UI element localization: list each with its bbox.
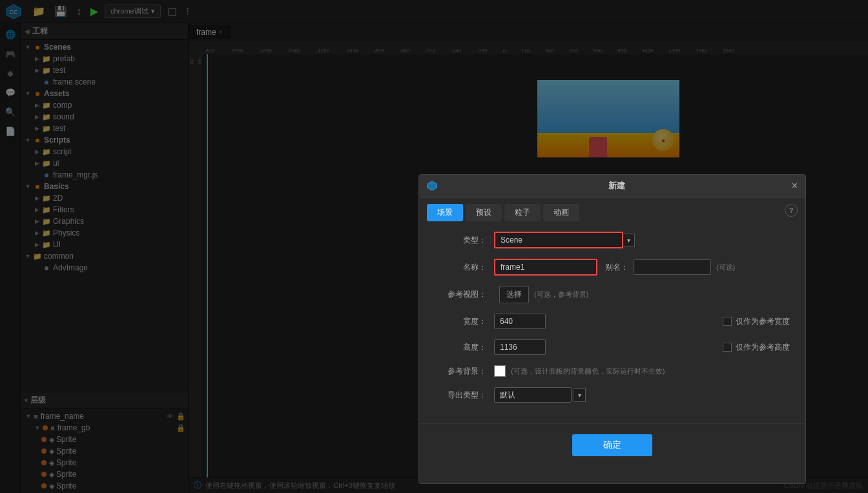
ref-width-label: 仅作为参考宽度 [736,316,790,327]
form-row-width: 宽度： 仅作为参考宽度 [435,314,790,329]
confirm-btn[interactable]: 确定 [572,434,652,456]
modal-overlay[interactable]: 新建 × 场景 预设 粒子 动画 ? 类型： ▾ 名称： [0,0,868,493]
alias-section: 别名： (可选) [605,259,735,275]
svg-marker-2 [428,181,437,190]
type-dropdown-arrow[interactable]: ▾ [623,234,635,247]
type-select-row: ▾ [494,232,790,248]
name-input[interactable] [494,259,597,276]
ref-bg-label: 参考背景： [435,366,486,377]
height-label: 高度： [435,342,486,353]
export-label: 导出类型： [435,390,486,401]
ref-height-check[interactable] [723,343,732,352]
width-input[interactable] [494,314,546,329]
type-input[interactable] [494,232,623,248]
modal-titlebar: 新建 × [419,175,805,197]
height-row: 仅作为参考高度 [494,339,790,355]
help-btn[interactable]: ? [785,204,798,217]
ref-width-check[interactable] [723,317,732,326]
type-label: 类型： [435,235,486,246]
ref-view-row: 选择 (可选，参考背景) [494,286,588,303]
ref-height-label: 仅作为参考高度 [736,342,790,353]
tab-scene[interactable]: 场景 [427,204,463,221]
form-row-name: 名称： 别名： (可选) [435,259,790,276]
alias-label: 别名： [605,262,628,273]
alias-input[interactable] [634,259,711,275]
export-row: ▾ [494,387,586,403]
ref-bg-desc: (可选，设计面板的背景颜色，实际运行时不生效) [511,367,665,376]
width-label: 宽度： [435,316,486,327]
tab-preset[interactable]: 预设 [466,204,502,221]
modal-form: 类型： ▾ 名称： 别名： (可选) 参考视图： [419,221,805,423]
width-row: 仅作为参考宽度 [494,314,790,329]
ref-view-label: 参考视图： [435,289,486,300]
form-row-ref-bg: 参考背景： (可选，设计面板的背景颜色，实际运行时不生效) [435,365,790,377]
ref-bg-row: (可选，设计面板的背景颜色，实际运行时不生效) [494,365,665,377]
form-row-ref-view: 参考视图： 选择 (可选，参考背景) [435,286,790,303]
modal-title: 新建 [442,180,792,192]
color-swatch[interactable] [494,365,506,377]
modal-close-btn[interactable]: × [792,180,798,192]
tab-animation[interactable]: 动画 [543,204,579,221]
modal-title-icon [427,181,437,191]
ref-width-checkbox: 仅作为参考宽度 [723,316,790,327]
ref-view-optional: (可选，参考背景) [534,290,588,299]
tab-particle[interactable]: 粒子 [504,204,541,221]
height-input[interactable] [494,339,546,355]
new-dialog: 新建 × 场景 预设 粒子 动画 ? 类型： ▾ 名称： [418,174,806,484]
ref-height-checkbox: 仅作为参考高度 [723,342,790,353]
export-dropdown-arrow[interactable]: ▾ [574,388,586,402]
ref-select-btn[interactable]: 选择 [499,286,529,303]
form-row-type: 类型： ▾ [435,232,790,248]
export-input[interactable] [494,387,572,403]
name-label: 名称： [435,262,486,273]
alias-optional: (可选) [716,263,735,272]
form-row-height: 高度： 仅作为参考高度 [435,339,790,355]
modal-footer: 确定 [419,423,805,467]
modal-tabs: 场景 预设 粒子 动画 ? [419,197,805,221]
form-row-export: 导出类型： ▾ [435,387,790,403]
